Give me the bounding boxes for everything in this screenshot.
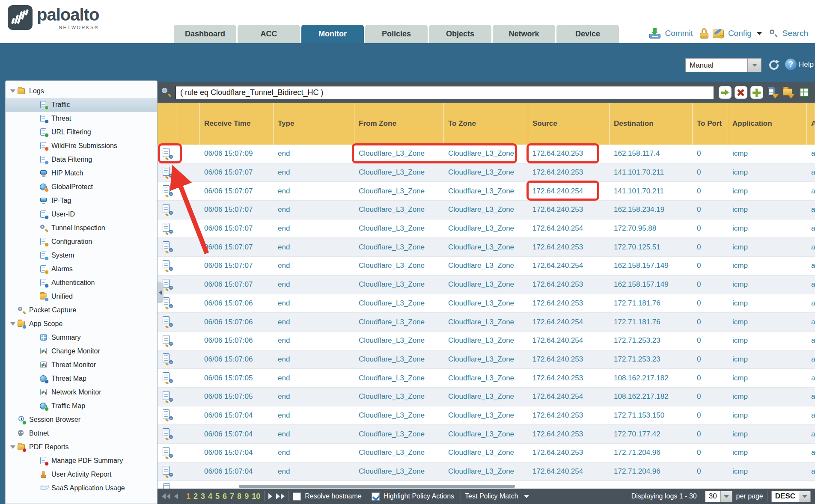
config-caret-icon[interactable] — [757, 32, 762, 35]
to-port-cell[interactable]: 0 — [693, 313, 728, 331]
to-port-cell[interactable]: 0 — [693, 257, 728, 275]
refresh-mode-select[interactable]: Manual — [685, 58, 761, 72]
previous-page-button[interactable] — [174, 493, 178, 499]
to-port-cell[interactable]: 0 — [693, 350, 728, 369]
application-cell[interactable]: icmp — [728, 462, 807, 481]
to-zone-cell[interactable]: Cloudflare_L3_Zone — [444, 201, 528, 219]
log-detail-cell[interactable] — [158, 163, 178, 182]
type-cell[interactable]: end — [274, 425, 354, 443]
source-cell[interactable]: 172.64.240.253 — [528, 238, 610, 256]
type-cell[interactable]: end — [274, 350, 354, 369]
to-zone-cell[interactable]: Cloudflare_L3_Zone — [444, 350, 528, 369]
apply-filter-button[interactable] — [719, 86, 731, 98]
log-row[interactable]: 06/06 15:07:07endCloudflare_L3_ZoneCloud… — [158, 257, 815, 276]
from-zone-cell[interactable]: Cloudflare_L3_Zone — [354, 406, 444, 425]
source-cell[interactable]: 172.64.240.254 — [528, 257, 610, 275]
application-cell[interactable]: icmp — [728, 201, 807, 219]
source-cell[interactable]: 172.64.240.253 — [528, 294, 610, 313]
application-cell[interactable]: icmp — [728, 294, 807, 313]
log-detail-cell[interactable] — [158, 238, 178, 256]
log-row[interactable]: 06/06 15:07:06endCloudflare_L3_ZoneCloud… — [158, 350, 815, 369]
application-cell[interactable]: icmp — [728, 444, 807, 462]
resolve-hostname-checkbox[interactable] — [293, 492, 301, 501]
last-page-button[interactable] — [276, 493, 285, 499]
sidebar-item-traffic-map[interactable]: Traffic Map — [6, 399, 157, 413]
application-cell[interactable]: icmp — [728, 276, 807, 294]
receive-time-cell[interactable]: 06/06 15:07:06 — [200, 350, 274, 369]
tab-acc[interactable]: ACC — [238, 25, 300, 43]
column-header-a[interactable]: A — [807, 103, 815, 145]
to-port-cell[interactable]: 0 — [693, 425, 728, 443]
page-number-1[interactable]: 1 — [186, 492, 190, 501]
help-group[interactable]: ? Help — [785, 59, 814, 70]
application-cell[interactable]: icmp — [728, 257, 807, 275]
log-detail-icon[interactable] — [163, 391, 173, 403]
receive-time-cell[interactable]: 06/06 15:07:06 — [200, 294, 274, 313]
to-zone-cell[interactable]: Cloudflare_L3_Zone — [444, 332, 528, 350]
log-detail-cell[interactable] — [158, 406, 178, 425]
source-cell[interactable]: 172.64.240.254 — [528, 313, 610, 331]
log-row[interactable]: 06/06 15:07:04endCloudflare_L3_ZoneCloud… — [158, 425, 815, 444]
page-number-5[interactable]: 5 — [215, 492, 220, 501]
column-header-to-zone[interactable]: To Zone — [444, 103, 528, 145]
to-port-cell[interactable]: 0 — [693, 444, 728, 462]
receive-time-cell[interactable]: 06/06 15:07:04 — [200, 425, 274, 443]
to-port-cell[interactable]: 0 — [693, 145, 728, 163]
test-policy-caret-icon[interactable] — [524, 495, 529, 498]
destination-cell[interactable]: 172.71.204.96 — [610, 444, 693, 462]
config-menu[interactable]: Config — [728, 29, 752, 38]
type-cell[interactable]: end — [274, 145, 354, 163]
source-cell[interactable]: 172.64.240.253 — [528, 425, 610, 443]
log-row[interactable]: 06/06 15:07:06endCloudflare_L3_ZoneCloud… — [158, 313, 815, 332]
test-policy-match-button[interactable]: Test Policy Match — [465, 492, 518, 500]
to-port-cell[interactable]: 0 — [693, 163, 728, 182]
destination-cell[interactable]: 108.162.217.182 — [610, 369, 693, 387]
to-zone-cell[interactable]: Cloudflare_L3_Zone — [444, 257, 528, 275]
to-port-cell[interactable]: 0 — [693, 182, 728, 200]
sidebar-item-pdf-reports[interactable]: PDF Reports — [6, 440, 157, 454]
log-detail-icon[interactable] — [163, 372, 173, 384]
sidebar-item-url-filtering[interactable]: URL Filtering — [6, 125, 157, 139]
to-zone-cell[interactable]: Cloudflare_L3_Zone — [444, 406, 528, 425]
log-detail-cell[interactable] — [158, 444, 178, 462]
to-zone-cell[interactable]: Cloudflare_L3_Zone — [444, 369, 528, 387]
destination-cell[interactable]: 172.71.204.96 — [610, 462, 693, 481]
destination-cell[interactable]: 172.71.181.76 — [610, 313, 693, 331]
sidebar-item-system[interactable]: System — [6, 249, 157, 262]
receive-time-cell[interactable]: 06/06 15:07:07 — [200, 201, 274, 219]
log-detail-cell[interactable] — [158, 182, 178, 200]
refresh-icon[interactable] — [768, 59, 780, 71]
log-detail-cell[interactable] — [158, 219, 178, 238]
type-cell[interactable]: end — [274, 219, 354, 238]
sidebar-item-wildfire-submissions[interactable]: WildFire Submissions — [6, 139, 157, 153]
column-header-destination[interactable]: Destination — [610, 103, 693, 145]
sidebar-item-manage-pdf-summary[interactable]: Manage PDF Summary — [6, 454, 157, 468]
receive-time-cell[interactable]: 06/06 15:07:07 — [200, 163, 274, 182]
log-row[interactable]: 06/06 15:07:07endCloudflare_L3_ZoneCloud… — [158, 163, 815, 182]
to-port-cell[interactable]: 0 — [693, 276, 728, 294]
destination-cell[interactable]: 172.70.125.51 — [610, 238, 693, 256]
receive-time-cell[interactable]: 06/06 15:07:04 — [200, 406, 274, 425]
from-zone-cell[interactable]: Cloudflare_L3_Zone — [354, 369, 444, 387]
sidebar-item-hip-match[interactable]: HIP Match — [6, 166, 157, 180]
sort-order-dropdown-button[interactable] — [799, 491, 811, 502]
to-port-cell[interactable]: 0 — [693, 388, 728, 406]
tab-network[interactable]: Network — [493, 25, 555, 43]
horizontal-scrollbar[interactable] — [239, 485, 515, 488]
sidebar-item-app-scope[interactable]: App Scope — [6, 317, 157, 331]
type-cell[interactable]: end — [274, 313, 354, 331]
action-cell[interactable]: a — [807, 388, 815, 406]
log-row[interactable]: 06/06 15:07:05endCloudflare_L3_ZoneCloud… — [158, 369, 815, 388]
sidebar-item-network-monitor[interactable]: Network Monitor — [6, 385, 157, 399]
sidebar-item-globalprotect[interactable]: GlobalProtect — [6, 180, 157, 194]
type-cell[interactable]: end — [274, 182, 354, 200]
help-icon[interactable]: ? — [785, 59, 797, 70]
source-cell[interactable]: 172.64.240.254 — [528, 388, 610, 406]
log-detail-icon[interactable] — [163, 185, 173, 197]
saved-filters-button[interactable] — [782, 86, 794, 98]
to-port-cell[interactable]: 0 — [693, 238, 728, 256]
type-cell[interactable]: end — [274, 444, 354, 462]
source-cell[interactable]: 172.64.240.254 — [528, 182, 610, 200]
tree-expand-icon[interactable] — [10, 89, 15, 93]
global-search-button[interactable]: Search — [782, 29, 808, 38]
